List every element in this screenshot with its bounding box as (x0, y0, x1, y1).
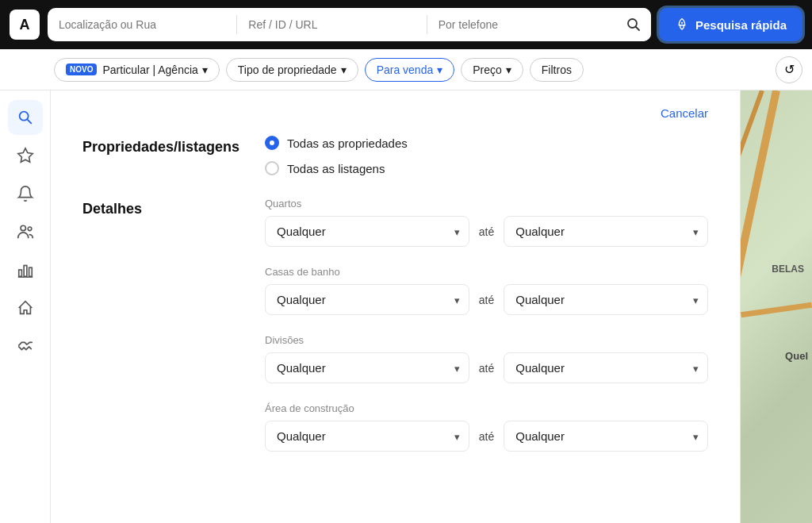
users-icon (17, 223, 34, 240)
sidebar-item-users[interactable] (8, 214, 43, 249)
map-label-belas: BELAS (772, 263, 804, 275)
refresh-button[interactable]: ↺ (776, 56, 802, 83)
casas-banho-from-wrap: Qualquer (265, 284, 469, 315)
properties-section: Propriedades/listagens Todas as propried… (82, 136, 708, 175)
home-icon (17, 299, 34, 317)
sidebar-item-star[interactable] (8, 138, 43, 173)
details-section: Detalhes Quartos Qualquer até (82, 198, 708, 471)
casas-banho-to-wrap: Qualquer (504, 284, 708, 315)
area-construcao-group: Área de construção Qualquer até Qualquer (265, 402, 708, 452)
filter-bar: NOVO Particular | Agência ▾ Tipo de prop… (0, 49, 812, 90)
cancel-row: Cancelar (82, 106, 708, 120)
quartos-from-select[interactable]: Qualquer (265, 216, 469, 247)
search-bar (48, 8, 651, 41)
novo-badge: NOVO (66, 63, 97, 75)
sidebar-item-search[interactable] (8, 100, 43, 135)
top-bar: A Pesquisa rápida (0, 0, 812, 49)
search-icon-side (17, 109, 34, 126)
quartos-label: Quartos (265, 198, 708, 210)
search-icon-button[interactable] (616, 8, 651, 41)
preco-filter[interactable]: Preço ▾ (461, 58, 523, 82)
logo: A (10, 10, 40, 40)
map-area: BELAS Quel (741, 90, 812, 523)
svg-rect-8 (24, 266, 27, 277)
casas-banho-to-select[interactable]: Qualquer (504, 284, 708, 315)
filter-panel: Cancelar Propriedades/listagens Todas as… (51, 90, 741, 523)
casas-banho-group: Casas de banho Qualquer até Qualquer (265, 266, 708, 315)
area-construcao-label: Área de construção (265, 402, 708, 414)
svg-point-6 (28, 227, 32, 231)
sidebar (0, 90, 51, 523)
svg-rect-7 (18, 270, 21, 276)
chevron-down-icon4: ▾ (506, 63, 511, 76)
radio-circle-1 (265, 136, 279, 150)
svg-rect-9 (29, 267, 32, 276)
radio-group: Todas as propriedades Todas as listagens (265, 136, 708, 175)
quartos-row: Qualquer até Qualquer (265, 216, 708, 247)
sidebar-item-home[interactable] (8, 290, 43, 325)
details-content: Quartos Qualquer até Qualquer (265, 198, 708, 471)
map-road-1 (741, 90, 780, 514)
divisoes-label: Divisões (265, 334, 708, 346)
area-to-select[interactable]: Qualquer (504, 421, 708, 452)
area-construcao-row: Qualquer até Qualquer (265, 421, 708, 452)
main-area: Cancelar Propriedades/listagens Todas as… (0, 90, 812, 523)
bell-icon (17, 185, 34, 202)
divisoes-ate-label: até (479, 362, 494, 375)
quartos-ate-label: até (479, 225, 494, 238)
chevron-down-icon2: ▾ (341, 63, 347, 76)
radio-todas-listagens[interactable]: Todas as listagens (265, 161, 708, 175)
cancel-button[interactable]: Cancelar (661, 106, 708, 120)
ref-input[interactable] (237, 18, 426, 31)
properties-options: Todas as propriedades Todas as listagens (265, 136, 708, 175)
para-venda-filter[interactable]: Para venda ▾ (365, 58, 455, 82)
casas-banho-row: Qualquer até Qualquer (265, 284, 708, 315)
sidebar-item-chart[interactable] (8, 252, 43, 287)
chevron-down-icon: ▾ (202, 63, 208, 76)
tipo-propriedade-filter[interactable]: Tipo de propriedade ▾ (226, 58, 358, 82)
rapid-search-button[interactable]: Pesquisa rápida (659, 8, 802, 41)
sidebar-item-handshake[interactable] (8, 329, 43, 363)
casas-banho-ate-label: até (479, 294, 494, 306)
area-from-wrap: Qualquer (265, 421, 469, 452)
divisoes-to-wrap: Qualquer (504, 352, 708, 383)
particular-agencia-filter[interactable]: NOVO Particular | Agência ▾ (54, 58, 220, 82)
radio-todas-propriedades[interactable]: Todas as propriedades (265, 136, 708, 150)
svg-line-4 (27, 119, 31, 123)
properties-section-label: Propriedades/listagens (82, 136, 265, 175)
area-to-wrap: Qualquer (504, 421, 708, 452)
search-icon (626, 17, 641, 32)
radio-circle-2 (265, 161, 279, 175)
area-ate-label: até (479, 430, 494, 443)
phone-input[interactable] (427, 18, 616, 31)
chevron-down-icon3: ▾ (437, 63, 442, 76)
area-from-select[interactable]: Qualquer (265, 421, 469, 452)
quartos-from-wrap: Qualquer (265, 216, 469, 247)
map-label-quel: Quel (785, 350, 808, 362)
handshake-icon (17, 337, 34, 355)
divisoes-group: Divisões Qualquer até Qualquer (265, 334, 708, 383)
quartos-to-select[interactable]: Qualquer (504, 216, 708, 247)
quartos-to-wrap: Qualquer (504, 216, 708, 247)
svg-point-2 (681, 22, 683, 24)
svg-line-1 (635, 27, 639, 31)
divisoes-row: Qualquer até Qualquer (265, 352, 708, 383)
casas-banho-label: Casas de banho (265, 266, 708, 278)
chart-icon (17, 261, 34, 279)
details-section-label: Detalhes (82, 198, 265, 471)
map-road-3 (741, 302, 812, 317)
location-input[interactable] (48, 18, 236, 31)
filtros-button[interactable]: Filtros (530, 58, 584, 82)
map-background: BELAS Quel (741, 90, 812, 523)
divisoes-from-select[interactable]: Qualquer (265, 352, 469, 383)
divisoes-from-wrap: Qualquer (265, 352, 469, 383)
star-icon (17, 147, 34, 164)
quartos-group: Quartos Qualquer até Qualquer (265, 198, 708, 247)
svg-point-5 (21, 225, 25, 230)
rocket-icon (675, 17, 689, 32)
divisoes-to-select[interactable]: Qualquer (504, 352, 708, 383)
sidebar-item-bell[interactable] (8, 176, 43, 211)
casas-banho-from-select[interactable]: Qualquer (265, 284, 469, 315)
